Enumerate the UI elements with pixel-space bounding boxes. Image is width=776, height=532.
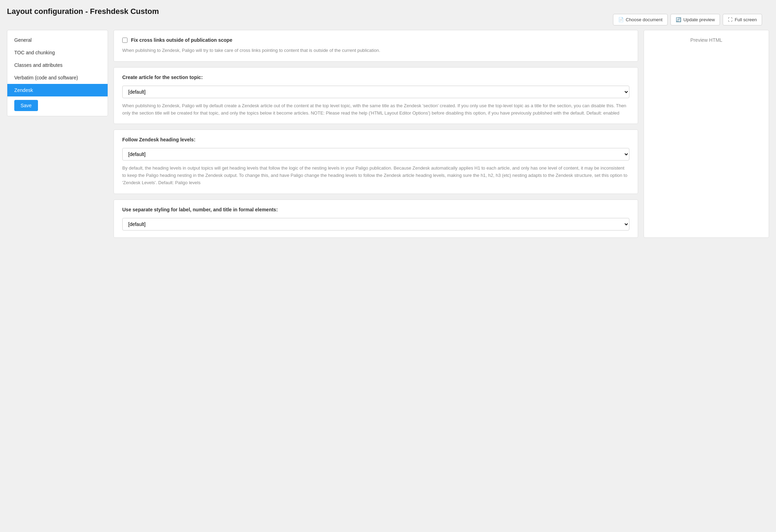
preview-title: Preview HTML — [690, 37, 722, 43]
full-screen-button[interactable]: ⛶ Full screen — [723, 14, 762, 25]
main-content: Fix cross links outside of publication s… — [114, 30, 638, 238]
sidebar-item-classes-attributes[interactable]: Classes and attributes — [7, 59, 108, 71]
cross-links-description: When publishing to Zendesk, Paligo will … — [122, 47, 629, 54]
sidebar-item-zendesk[interactable]: Zendesk — [7, 84, 108, 96]
heading-levels-select[interactable]: [default] Paligo levels Zendesk Levels — [122, 148, 629, 161]
heading-levels-description: By default, the heading levels in output… — [122, 165, 629, 186]
sidebar-save-area: Save — [7, 96, 108, 112]
cross-links-card: Fix cross links outside of publication s… — [114, 30, 638, 62]
heading-levels-title: Follow Zendesk heading levels: — [122, 137, 629, 142]
update-preview-button[interactable]: 🔄 Update preview — [670, 14, 720, 25]
sidebar: General TOC and chunking Classes and att… — [7, 30, 108, 116]
choose-document-icon: 📄 — [618, 17, 624, 22]
choose-document-button[interactable]: 📄 Choose document — [613, 14, 668, 25]
sidebar-item-toc-chunking[interactable]: TOC and chunking — [7, 46, 108, 59]
create-article-title: Create article for the section topic: — [122, 75, 629, 80]
page-title: Layout configuration - Freshdesk Custom — [7, 7, 159, 16]
save-button[interactable]: Save — [14, 100, 38, 111]
formal-elements-title: Use separate styling for label, number, … — [122, 207, 629, 212]
full-screen-label: Full screen — [735, 17, 757, 22]
heading-levels-card: Follow Zendesk heading levels: [default]… — [114, 130, 638, 194]
cross-links-checkbox[interactable] — [122, 38, 127, 43]
preview-panel: Preview HTML — [644, 30, 769, 238]
choose-document-label: Choose document — [626, 17, 663, 22]
header-buttons: 📄 Choose document 🔄 Update preview ⛶ Ful… — [613, 14, 762, 25]
create-article-description: When publishing to Zendesk, Paligo will … — [122, 102, 629, 117]
full-screen-icon: ⛶ — [728, 17, 732, 22]
update-preview-icon: 🔄 — [676, 17, 681, 22]
update-preview-label: Update preview — [683, 17, 715, 22]
create-article-card: Create article for the section topic: [d… — [114, 67, 638, 124]
sidebar-item-general[interactable]: General — [7, 34, 108, 46]
formal-elements-select[interactable]: [default] Enabled Disabled — [122, 218, 629, 230]
create-article-select[interactable]: [default] Enabled Disabled — [122, 86, 629, 98]
formal-elements-card: Use separate styling for label, number, … — [114, 200, 638, 238]
cross-links-label: Fix cross links outside of publication s… — [131, 37, 232, 43]
sidebar-item-verbatim[interactable]: Verbatim (code and software) — [7, 71, 108, 84]
